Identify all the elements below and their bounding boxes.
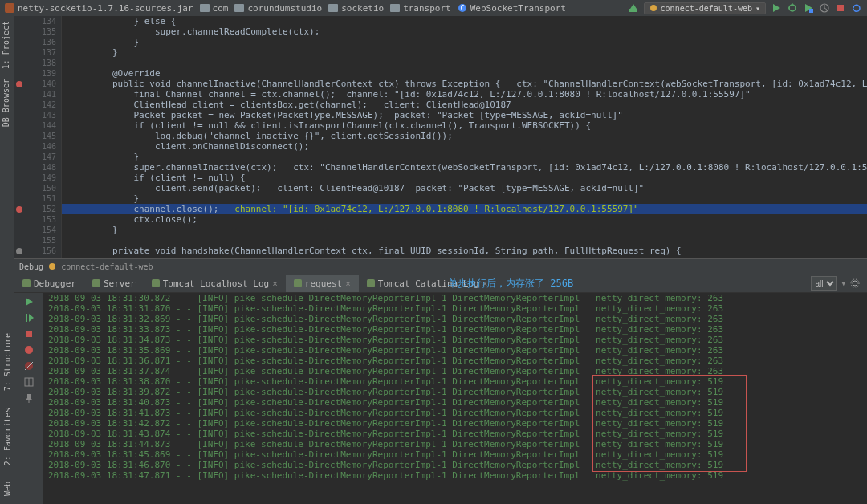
code-line[interactable]: ClientHead client = clientsBox.get(chann… <box>62 100 867 110</box>
svg-point-28 <box>853 281 857 286</box>
tomcat-icon <box>649 4 657 12</box>
resume-icon[interactable] <box>23 312 35 323</box>
class-icon: C <box>458 3 467 13</box>
code-line[interactable]: } else { <box>62 16 867 26</box>
pin-icon[interactable] <box>23 392 35 404</box>
settings-icon[interactable] <box>849 278 861 289</box>
tab-structure[interactable]: 7: Structure <box>2 328 14 396</box>
console-output[interactable]: 2018-09-03 18:31:30.872 - - [INFO] pike-… <box>43 293 867 504</box>
stop-button[interactable] <box>835 2 846 14</box>
debug-button[interactable] <box>787 2 798 14</box>
mute-bp-icon[interactable] <box>23 360 35 372</box>
code-line[interactable]: } <box>62 193 867 204</box>
profile-button[interactable] <box>819 2 830 14</box>
code-line[interactable]: @Override <box>62 68 867 79</box>
code-line[interactable]: } <box>62 152 867 162</box>
code-line[interactable]: } <box>62 37 867 47</box>
svg-rect-33 <box>26 331 32 337</box>
svg-rect-2 <box>234 4 244 12</box>
log-line: 2018-09-03 18:31:45.869 - - [INFO] pike-… <box>43 449 867 460</box>
code-line[interactable]: } <box>62 225 867 235</box>
log-line: 2018-09-03 18:31:46.870 - - [INFO] pike-… <box>43 460 867 470</box>
stop-icon[interactable] <box>23 328 35 339</box>
code-area[interactable]: } else { super.channelReadComplete(ctx);… <box>62 16 867 258</box>
svg-line-19 <box>824 8 827 10</box>
debug-tab[interactable]: request × <box>286 275 359 292</box>
code-line[interactable]: client.onChannelDisconnect(); <box>62 141 867 152</box>
svg-rect-1 <box>200 4 210 12</box>
debug-tabs: DebuggerServerTomcat Localhost Log ×requ… <box>14 274 867 293</box>
breakpoints-icon[interactable] <box>23 344 35 356</box>
log-line: 2018-09-03 18:31:38.870 - - [INFO] pike-… <box>43 376 867 387</box>
log-line: 2018-09-03 18:31:39.872 - - [INFO] pike-… <box>43 387 867 397</box>
tab-db-browser[interactable]: DB Browser <box>0 74 12 132</box>
toolbar-right: connect-default-web▾ <box>628 2 862 14</box>
code-line[interactable]: channel.close(); channel: "[id: 0x1ad74c… <box>62 204 867 214</box>
folder-icon <box>390 3 400 13</box>
tab-favorites[interactable]: 2: Favorites <box>2 403 14 470</box>
svg-rect-3 <box>328 4 338 12</box>
rerun-icon[interactable] <box>23 296 35 307</box>
log-filter: all ▾ <box>811 276 861 291</box>
breadcrumb-item[interactable]: CWebSocketTransport <box>458 3 566 14</box>
debug-tab[interactable]: Tomcat Localhost Log × <box>144 275 286 292</box>
log-level-select[interactable]: all <box>811 276 837 291</box>
svg-rect-24 <box>92 279 100 287</box>
code-line[interactable]: if (client != null && client.isTransport… <box>62 120 867 131</box>
code-line[interactable]: Packet packet = new Packet(PacketType.ME… <box>62 110 867 120</box>
code-line[interactable]: if (client != null) { <box>62 173 867 183</box>
code-line[interactable]: final Channel channel = ctx.channel(); c… <box>62 89 867 100</box>
debug-tab[interactable]: Server <box>84 275 144 292</box>
log-line: 2018-09-03 18:31:35.869 - - [INFO] pike-… <box>43 345 867 356</box>
debug-title: Debug <box>19 262 43 271</box>
log-line: 2018-09-03 18:31:30.872 - - [INFO] pike-… <box>43 293 867 303</box>
svg-rect-7 <box>629 9 637 12</box>
svg-text:C: C <box>460 5 464 12</box>
breadcrumb-item[interactable]: com <box>200 3 229 14</box>
line-gutter[interactable]: 1341351361371381391401411421431441451461… <box>14 16 62 258</box>
run-button[interactable] <box>771 2 782 14</box>
svg-rect-20 <box>837 5 844 11</box>
svg-marker-8 <box>630 4 637 9</box>
tab-project[interactable]: 1: Project <box>0 16 12 74</box>
run-coverage-button[interactable] <box>803 2 814 14</box>
code-line[interactable]: ctx.close(); <box>62 214 867 225</box>
log-line: 2018-09-03 18:31:42.872 - - [INFO] pike-… <box>43 418 867 429</box>
code-line[interactable]: private void handshake(ChannelHandlerCon… <box>62 246 867 256</box>
run-config-dropdown[interactable]: connect-default-web▾ <box>644 2 766 14</box>
folder-icon <box>234 3 244 13</box>
svg-rect-23 <box>22 279 31 287</box>
code-line[interactable] <box>62 235 867 246</box>
log-line: 2018-09-03 18:31:37.874 - - [INFO] pike-… <box>43 366 867 376</box>
code-line[interactable]: log.debug("channel inactive {}", client.… <box>62 131 867 141</box>
debug-body: 2018-09-03 18:31:30.872 - - [INFO] pike-… <box>14 293 867 504</box>
code-line[interactable]: super.channelReadComplete(ctx); <box>62 26 867 37</box>
svg-rect-26 <box>294 279 302 287</box>
code-line[interactable]: } <box>62 47 867 58</box>
log-line: 2018-09-03 18:31:31.870 - - [INFO] pike-… <box>43 303 867 314</box>
breadcrumb-item[interactable]: socketio <box>328 3 384 14</box>
update-button[interactable] <box>851 2 862 14</box>
debug-tab[interactable]: Debugger <box>14 275 84 292</box>
svg-point-9 <box>650 5 657 11</box>
code-line[interactable]: public void channelInactive(ChannelHandl… <box>62 79 867 89</box>
svg-marker-30 <box>26 298 33 306</box>
breadcrumb-item[interactable]: transport <box>390 3 451 14</box>
log-line: 2018-09-03 18:31:36.871 - - [INFO] pike-… <box>43 356 867 366</box>
layout-icon[interactable] <box>23 376 35 388</box>
svg-rect-25 <box>152 279 160 287</box>
code-line[interactable] <box>62 58 867 68</box>
breadcrumb-item[interactable]: corundumstudio <box>234 3 322 14</box>
breadcrumb-item[interactable]: netty-socketio-1.7.16-sources.jar <box>5 3 193 14</box>
svg-rect-16 <box>809 9 813 13</box>
code-line[interactable]: super.channelInactive(ctx); ctx: "Channe… <box>62 162 867 173</box>
code-line[interactable]: client.send(packet); client: ClientHead@… <box>62 183 867 193</box>
svg-point-11 <box>789 5 796 11</box>
svg-rect-0 <box>5 3 14 13</box>
svg-marker-10 <box>773 4 780 12</box>
debug-header[interactable]: Debug connect-default-web <box>14 259 867 274</box>
build-icon[interactable] <box>628 2 639 14</box>
tab-web[interactable]: Web <box>2 477 14 501</box>
jar-icon <box>5 3 14 13</box>
log-line: 2018-09-03 18:31:33.873 - - [INFO] pike-… <box>43 324 867 335</box>
